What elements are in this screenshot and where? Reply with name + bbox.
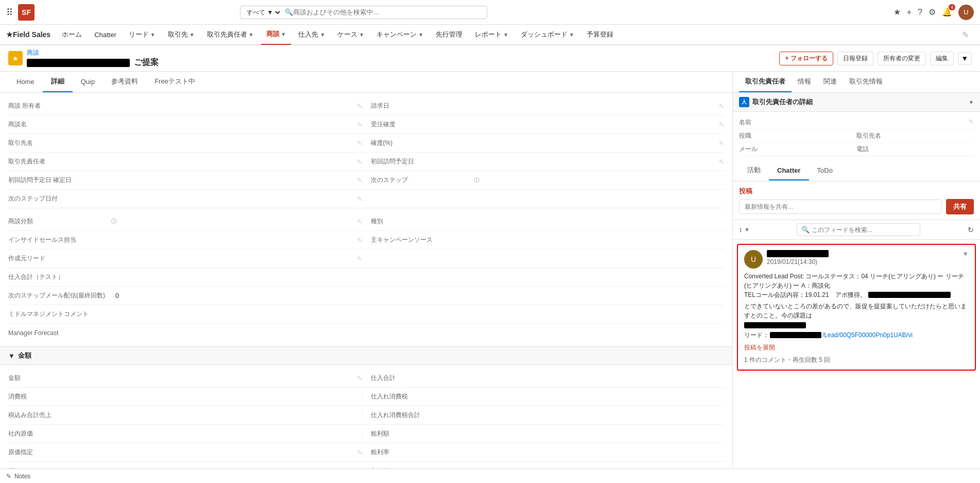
topbar: ⠿ SF すべて ▼ 🔍 ★ + ? ⚙ 🔔4 U [0, 0, 980, 25]
edit-icon-cost-specified[interactable]: ✎ [357, 449, 362, 456]
settings-icon[interactable]: ⚙ [929, 7, 936, 17]
edit-icon-amount[interactable]: ✎ [357, 375, 362, 382]
edit-button[interactable]: 編集 [930, 52, 954, 65]
record-icon: ★ [8, 51, 23, 65]
nav-item-leads[interactable]: リード ▼ [124, 24, 161, 45]
edit-icon-inside-sales[interactable]: ✎ [357, 237, 362, 244]
chatter-share-button[interactable]: 共有 [946, 199, 974, 214]
tab-detail[interactable]: 詳細 [43, 72, 73, 92]
edit-icon-owner[interactable]: ✎ [357, 103, 362, 110]
field-label-mail-count: 次のステップメール配信(最終回数) [8, 291, 111, 300]
section-amount-header[interactable]: ▼ 金額 [0, 346, 732, 365]
contact-row-name: 名前 ✎ [739, 116, 974, 129]
tab-related[interactable]: 関連 [817, 72, 843, 92]
chatter-post-options-icon[interactable]: ▼ [962, 250, 969, 258]
field-label-tax: 消費税 [8, 392, 111, 401]
edit-icon-probability[interactable]: ✎ [719, 140, 724, 147]
change-owner-button[interactable]: 所有者の変更 [878, 52, 926, 65]
field-label-next-step-date: 次のステップ日付 [8, 194, 111, 203]
detail-tab-bar: Home 詳細 Quip 参考資料 Freeテスト中 [0, 72, 732, 93]
chatter-post-meta: 2019/01/21(14:30) [767, 250, 962, 265]
edit-icon-source-lead[interactable]: ✎ [357, 255, 362, 262]
tab-todo[interactable]: ToDo [809, 161, 841, 180]
field-label-contact: 取引先責任者 [8, 157, 111, 166]
nav-item-home[interactable]: ホーム [57, 24, 87, 45]
field-label-inside-sales: インサイドセールス担当 [8, 236, 111, 244]
edit-icon-order-prob[interactable]: ✎ [719, 121, 724, 128]
info-icon-category: ⓘ [111, 218, 117, 225]
navbar: ★Field Sales ホーム Chatter リード ▼ 取引先 ▼ 取引先… [0, 25, 980, 45]
search-scope-select[interactable]: すべて ▼ [245, 8, 282, 16]
edit-icon-first-visit-confirmed[interactable]: ✎ [357, 177, 362, 184]
nav-item-dashboards[interactable]: ダッシュボード ▼ [515, 24, 579, 45]
field-label-first-visit-confirmed: 初回訪問予定日 確定日 [8, 176, 111, 185]
edit-icon-contact[interactable]: ✎ [357, 158, 362, 165]
chatter-search-input[interactable] [812, 226, 894, 234]
add-icon[interactable]: + [907, 8, 912, 17]
chevron-down-icon-sort[interactable]: ▼ [745, 227, 750, 232]
nav-item-opportunities[interactable]: 商談 ▼ [261, 24, 291, 45]
lead-link[interactable]: /Lead/00Q5F00000Pn0p1UAB/vi [822, 330, 913, 340]
field-label-total-sales: 税込み合計売上 [8, 411, 111, 420]
edit-icon-next-step-date[interactable]: ✎ [357, 195, 362, 203]
favorites-icon[interactable]: ★ [893, 7, 901, 17]
field-label-source-lead: 作成元リード [8, 254, 111, 263]
tab-reference[interactable]: 参考資料 [103, 72, 146, 92]
edit-icon-oppname[interactable]: ✎ [357, 121, 362, 128]
form-row-oppname: 商談名 ✎ 受注確度 ✎ [8, 115, 724, 134]
follow-button[interactable]: + フォローする [779, 52, 833, 65]
tab-info[interactable]: 情報 [792, 72, 817, 92]
edit-icon-billing-date[interactable]: ✎ [719, 103, 724, 110]
nav-item-chatter[interactable]: Chatter [89, 24, 122, 45]
nav-item-suppliers[interactable]: 仕入先 ▼ [293, 24, 330, 45]
global-search[interactable]: すべて ▼ 🔍 [240, 6, 487, 19]
nav-item-cases[interactable]: ケース ▼ [332, 24, 369, 45]
chatter-post-header: U 2019/01/21(14:30) ▼ [744, 250, 969, 269]
contact-row-email-phone: メール 電話 [739, 143, 974, 156]
chatter-filter-left: ↕ ▼ [739, 226, 749, 234]
contact-label-account: 取引先名 [856, 131, 898, 140]
chatter-post-footer: 1 件のコメント・再生回数 5 回 [744, 355, 969, 364]
tab-home[interactable]: Home [8, 73, 43, 92]
nav-edit-icon[interactable]: ✎ [957, 24, 974, 45]
more-actions-button[interactable]: ▼ [958, 52, 972, 65]
edit-icon-name[interactable]: ✎ [969, 118, 974, 127]
refresh-icon[interactable]: ↻ [968, 226, 974, 234]
grid-icon[interactable]: ⠿ [6, 7, 13, 18]
tab-free-test[interactable]: Freeテスト中 [146, 72, 203, 92]
chevron-down-icon: ▼ [150, 32, 156, 38]
main-layout: Home 詳細 Quip 参考資料 Freeテスト中 商談 所有者 ✎ 請求日 … [0, 72, 980, 483]
notes-icon[interactable]: ✎ [6, 473, 11, 480]
tab-quip[interactable]: Quip [73, 73, 103, 92]
form-row-category: 商談分類 ⓘ ✎ 種別 [8, 212, 724, 231]
tab-activity[interactable]: 活動 [739, 160, 769, 181]
field-label-amount: 金額 [8, 374, 111, 382]
tab-contact-person[interactable]: 取引先責任者 [739, 72, 792, 92]
tab-chatter[interactable]: Chatter [769, 161, 809, 180]
search-input[interactable] [293, 8, 427, 16]
edit-icon-account[interactable]: ✎ [357, 140, 362, 147]
nav-item-reports[interactable]: レポート ▼ [470, 24, 513, 45]
notifications-icon[interactable]: 🔔4 [942, 7, 952, 17]
chevron-down-icon: ▼ [418, 32, 423, 38]
daily-report-button[interactable]: 日報登録 [837, 52, 873, 65]
help-icon[interactable]: ? [918, 8, 922, 17]
tab-account-info[interactable]: 取引先情報 [843, 72, 889, 92]
nav-item-budget[interactable]: 予算登録 [581, 24, 618, 45]
edit-icon-first-visit-date[interactable]: ✎ [719, 158, 724, 165]
nav-item-campaigns[interactable]: キャンペーン ▼ [371, 24, 428, 45]
form-row-mail-count: 次のステップメール配信(最終回数) 0 [8, 287, 724, 305]
contact-label-name: 名前 [739, 118, 780, 127]
expand-post-link[interactable]: 投稿を展開 [744, 343, 969, 352]
topbar-icons: ★ + ? ⚙ 🔔4 U [893, 5, 974, 20]
nav-item-accounts[interactable]: 取引先 ▼ [163, 24, 200, 45]
contact-label-phone: 電話 [856, 145, 898, 154]
chevron-down-icon-contact[interactable]: ▼ [969, 99, 974, 105]
edit-icon-category[interactable]: ✎ [357, 218, 362, 225]
nav-item-contacts[interactable]: 取引先責任者 ▼ [202, 24, 259, 45]
breadcrumb[interactable]: 商談 [27, 48, 157, 57]
sort-icon[interactable]: ↕ [739, 226, 743, 234]
chatter-post-input[interactable] [739, 199, 942, 214]
user-avatar[interactable]: U [958, 5, 974, 20]
nav-item-pipeline[interactable]: 先行管理 [431, 24, 468, 45]
